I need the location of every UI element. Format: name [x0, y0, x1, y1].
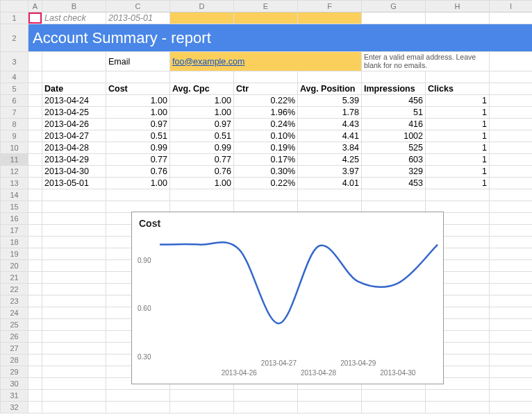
cell-pos[interactable]: 3.97 — [298, 166, 362, 178]
cell[interactable] — [490, 319, 533, 331]
cell-cpc[interactable]: 1.00 — [170, 95, 234, 107]
cell[interactable] — [490, 260, 533, 272]
cell[interactable] — [362, 201, 426, 213]
row-header[interactable]: 20 — [1, 260, 28, 272]
cell[interactable] — [490, 225, 533, 237]
cell[interactable] — [426, 402, 490, 413]
email-label[interactable]: Email — [106, 52, 170, 71]
cell[interactable] — [28, 284, 42, 296]
cell-clicks[interactable]: 1 — [426, 166, 490, 178]
row-header[interactable]: 23 — [1, 296, 28, 307]
col-header[interactable]: A — [28, 1, 42, 12]
cell[interactable] — [170, 390, 234, 402]
cell-A1[interactable] — [28, 12, 42, 24]
cell-date[interactable]: 2013-04-25 — [42, 107, 106, 119]
cell[interactable] — [42, 319, 106, 331]
cell-F1[interactable] — [298, 12, 362, 24]
select-all[interactable] — [1, 1, 28, 12]
cell[interactable] — [490, 83, 533, 95]
col-clicks[interactable]: Clicks — [426, 83, 490, 95]
cell-clicks[interactable]: 1 — [426, 178, 490, 189]
cell[interactable] — [28, 354, 42, 366]
cell[interactable] — [362, 189, 426, 201]
cell-cost[interactable]: 0.77 — [106, 154, 170, 166]
email-cell[interactable]: foo@example.com — [170, 52, 362, 71]
cell[interactable] — [42, 248, 106, 260]
cell[interactable] — [490, 213, 533, 225]
cell[interactable] — [362, 402, 426, 413]
cell[interactable] — [298, 390, 362, 402]
cell[interactable] — [28, 52, 42, 71]
cell[interactable] — [490, 130, 533, 142]
cell[interactable] — [42, 201, 106, 213]
cell[interactable] — [490, 95, 533, 107]
cell-clicks[interactable]: 1 — [426, 142, 490, 154]
cell[interactable] — [28, 378, 42, 390]
cell[interactable] — [490, 178, 533, 189]
cell[interactable] — [234, 402, 298, 413]
chart[interactable]: Cost 0.300.600.90 2013-04-262013-04-2720… — [131, 212, 444, 384]
cell-pos[interactable]: 4.01 — [298, 178, 362, 189]
cell-date[interactable]: 2013-04-29 — [42, 154, 106, 166]
cell[interactable] — [42, 354, 106, 366]
cell-cost[interactable]: 0.97 — [106, 119, 170, 130]
row-header[interactable]: 4 — [1, 71, 28, 83]
cell-cpc[interactable]: 1.00 — [170, 107, 234, 119]
row-header[interactable]: 8 — [1, 119, 28, 130]
cell[interactable] — [298, 71, 362, 83]
col-ctr[interactable]: Ctr — [234, 83, 298, 95]
cell[interactable] — [490, 52, 533, 71]
row-header[interactable]: 15 — [1, 201, 28, 213]
row-header[interactable]: 10 — [1, 142, 28, 154]
cell[interactable] — [42, 213, 106, 225]
row-header[interactable]: 2 — [1, 24, 28, 52]
cell[interactable] — [234, 390, 298, 402]
row-header[interactable]: 11 — [1, 154, 28, 166]
cell[interactable] — [28, 154, 42, 166]
cell[interactable] — [28, 130, 42, 142]
cell[interactable] — [170, 201, 234, 213]
cell[interactable] — [42, 225, 106, 237]
cell[interactable] — [362, 12, 426, 24]
cell[interactable] — [42, 52, 106, 71]
col-cost[interactable]: Cost — [106, 83, 170, 95]
row-header[interactable]: 16 — [1, 213, 28, 225]
cell-imp[interactable]: 329 — [362, 166, 426, 178]
cell[interactable] — [490, 366, 533, 378]
cell[interactable] — [490, 402, 533, 413]
cell[interactable] — [490, 107, 533, 119]
cell-date[interactable]: 2013-04-26 — [42, 119, 106, 130]
cell-clicks[interactable]: 1 — [426, 107, 490, 119]
cell[interactable] — [42, 366, 106, 378]
cell[interactable] — [490, 284, 533, 296]
cell[interactable] — [106, 402, 170, 413]
col-header[interactable]: G — [362, 1, 426, 12]
col-header[interactable]: H — [426, 1, 490, 12]
cell[interactable] — [28, 71, 42, 83]
cell-cost[interactable]: 1.00 — [106, 107, 170, 119]
cell-clicks[interactable]: 1 — [426, 119, 490, 130]
row-header[interactable]: 30 — [1, 378, 28, 390]
cell[interactable] — [490, 296, 533, 307]
col-date[interactable]: Date — [42, 83, 106, 95]
cell[interactable] — [426, 201, 490, 213]
cell[interactable] — [42, 260, 106, 272]
cell[interactable] — [28, 366, 42, 378]
cell[interactable] — [490, 12, 533, 24]
cell[interactable] — [298, 402, 362, 413]
row-header[interactable]: 26 — [1, 331, 28, 343]
cell[interactable] — [42, 307, 106, 319]
col-header[interactable]: I — [490, 1, 533, 12]
row-header[interactable]: 19 — [1, 248, 28, 260]
cell-imp[interactable]: 51 — [362, 107, 426, 119]
cell[interactable] — [490, 272, 533, 284]
cell[interactable] — [490, 248, 533, 260]
cell[interactable] — [362, 71, 426, 83]
cell[interactable] — [28, 248, 42, 260]
cell-imp[interactable]: 525 — [362, 142, 426, 154]
cell[interactable] — [42, 284, 106, 296]
cell-imp[interactable]: 603 — [362, 154, 426, 166]
cell[interactable] — [298, 201, 362, 213]
cell[interactable] — [426, 12, 490, 24]
cell-ctr[interactable]: 1.96% — [234, 107, 298, 119]
